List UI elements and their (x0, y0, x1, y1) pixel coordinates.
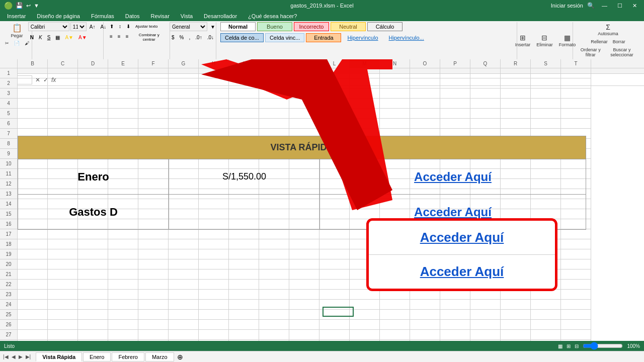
cell-O5[interactable] (410, 109, 440, 119)
cell-T6[interactable] (561, 119, 591, 129)
cell-C20[interactable] (48, 259, 78, 269)
cell-I1[interactable] (229, 68, 259, 78)
cell-Q1[interactable] (470, 68, 501, 78)
cell-T2[interactable] (561, 78, 591, 88)
cell-D18[interactable] (78, 239, 108, 249)
cell-T20[interactable] (561, 259, 591, 269)
cell-J22[interactable] (259, 280, 289, 290)
bold-button[interactable]: N (28, 33, 36, 41)
cell-P26[interactable] (440, 320, 470, 330)
style-incorrecto[interactable]: Incorrecto (294, 22, 329, 31)
copy-button[interactable]: 📄 (12, 40, 22, 47)
cell-S5[interactable] (531, 109, 561, 119)
cell-C24[interactable] (48, 300, 78, 310)
cell-E26[interactable] (108, 320, 138, 330)
quick-access-more[interactable]: ▼ (34, 3, 39, 9)
cell-H2[interactable] (199, 78, 229, 88)
cell-D3[interactable] (78, 88, 108, 99)
cell-J21[interactable] (259, 269, 289, 280)
maximize-button[interactable]: ☐ (614, 3, 625, 9)
cell-M25[interactable] (350, 310, 380, 320)
cell-L19[interactable] (319, 249, 350, 259)
cell-H5[interactable] (199, 109, 229, 119)
fill-color-button[interactable]: A▼ (63, 33, 75, 41)
cell-F17[interactable] (138, 229, 169, 239)
cell-D1[interactable] (78, 68, 108, 78)
cell-T3[interactable] (561, 88, 591, 99)
cell-G20[interactable] (169, 259, 199, 269)
cell-T17[interactable] (561, 229, 591, 239)
comma-button[interactable]: , (187, 33, 193, 41)
cell-R24[interactable] (501, 300, 531, 310)
cell-O2[interactable] (410, 78, 440, 88)
cell-I20[interactable] (229, 259, 259, 269)
cell-J27[interactable] (259, 330, 289, 340)
cell-S26[interactable] (531, 320, 561, 330)
cell-H25[interactable] (199, 310, 229, 320)
cell-O24[interactable] (410, 300, 440, 310)
cell-T26[interactable] (561, 320, 591, 330)
add-sheet-button[interactable]: ⊕ (177, 353, 183, 361)
cell-D21[interactable] (78, 269, 108, 280)
cell-G19[interactable] (169, 249, 199, 259)
sort-button[interactable]: Ordenar y filtrar (577, 46, 604, 58)
cell-C21[interactable] (48, 269, 78, 280)
cell-J3[interactable] (259, 88, 289, 99)
view-page-break[interactable]: ⊟ (575, 343, 579, 349)
font-name-select[interactable]: Calibri (28, 22, 69, 31)
col-n[interactable]: N (380, 59, 410, 68)
cell-L22[interactable] (319, 280, 350, 290)
cell-P3[interactable] (440, 88, 470, 99)
cell-J20[interactable] (259, 259, 289, 269)
cell-L2[interactable] (319, 78, 350, 88)
cell-E18[interactable] (108, 239, 138, 249)
cell-B26[interactable] (18, 320, 48, 330)
cell-H27[interactable] (199, 330, 229, 340)
cell-L24[interactable] (319, 300, 350, 310)
cell-E1[interactable] (108, 68, 138, 78)
cell-C25[interactable] (48, 310, 78, 320)
cell-K1[interactable] (289, 68, 319, 78)
tab-formulas[interactable]: Fórmulas (86, 11, 119, 21)
cell-F27[interactable] (138, 330, 169, 340)
delete-button[interactable]: ⊟ Eliminar (534, 33, 555, 48)
cell-Q5[interactable] (470, 109, 501, 119)
cell-R27[interactable] (501, 330, 531, 340)
cell-Q26[interactable] (470, 320, 501, 330)
cell-D2[interactable] (78, 78, 108, 88)
border-button[interactable]: ▦ (53, 33, 62, 41)
style-hipervinculo1[interactable]: Hipervínculo (343, 33, 382, 42)
cell-Q2[interactable] (470, 78, 501, 88)
wrap-text[interactable]: Ajustar texto (133, 22, 159, 30)
font-size-select[interactable]: 11 (70, 22, 87, 31)
cell-H19[interactable] (199, 249, 229, 259)
cell-N25[interactable] (380, 310, 410, 320)
underline-button[interactable]: S (45, 33, 53, 41)
cell-S24[interactable] (531, 300, 561, 310)
style-celda-vinc[interactable]: Celda vinc... (265, 33, 305, 42)
col-t[interactable]: T (561, 59, 591, 68)
cell-L3[interactable] (319, 88, 350, 99)
col-o[interactable]: O (410, 59, 440, 68)
cell-R23[interactable] (501, 290, 531, 300)
cell-B24[interactable] (18, 300, 48, 310)
tab-insertar[interactable]: Insertar (2, 11, 31, 21)
cell-D20[interactable] (78, 259, 108, 269)
clear-button[interactable]: Borrar (611, 38, 627, 45)
tab-vista[interactable]: Vista (176, 11, 198, 21)
cell-S3[interactable] (531, 88, 561, 99)
col-q[interactable]: Q (470, 59, 501, 68)
align-middle[interactable]: ↕ (117, 22, 123, 30)
cell-C2[interactable] (48, 78, 78, 88)
cell-K19[interactable] (289, 249, 319, 259)
cell-J2[interactable] (259, 78, 289, 88)
cell-T25[interactable] (561, 310, 591, 320)
sheet-tab-febrero[interactable]: Febrero (112, 352, 144, 361)
cell-T4[interactable] (561, 99, 591, 109)
cell-C26[interactable] (48, 320, 78, 330)
cell-L21[interactable] (319, 269, 350, 280)
cell-G24[interactable] (169, 300, 199, 310)
percent-button[interactable]: % (178, 33, 186, 41)
cell-J4[interactable] (259, 99, 289, 109)
col-c[interactable]: C (48, 59, 78, 68)
